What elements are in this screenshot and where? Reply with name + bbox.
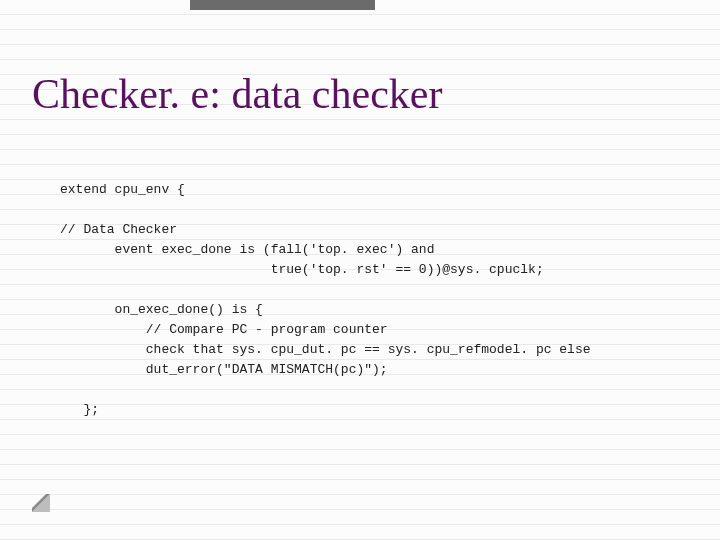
code-line: event exec_done is (fall('top. exec') an…	[60, 242, 434, 257]
code-line: // Data Checker	[60, 222, 177, 237]
code-line: };	[60, 402, 99, 417]
code-line: on_exec_done() is {	[60, 302, 263, 317]
top-accent-bar	[190, 0, 375, 10]
slide: Checker. e: data checker extend cpu_env …	[0, 0, 720, 540]
code-line: dut_error("DATA MISMATCH(pc)");	[60, 362, 388, 377]
code-line: check that sys. cpu_dut. pc == sys. cpu_…	[60, 342, 591, 357]
code-line: true('top. rst' == 0))@sys. cpuclk;	[60, 262, 544, 277]
page-fold-icon	[32, 494, 50, 512]
code-line: // Compare PC - program counter	[60, 322, 388, 337]
code-block: extend cpu_env { // Data Checker event e…	[60, 160, 700, 440]
code-line: extend cpu_env {	[60, 182, 185, 197]
slide-title: Checker. e: data checker	[32, 70, 442, 118]
